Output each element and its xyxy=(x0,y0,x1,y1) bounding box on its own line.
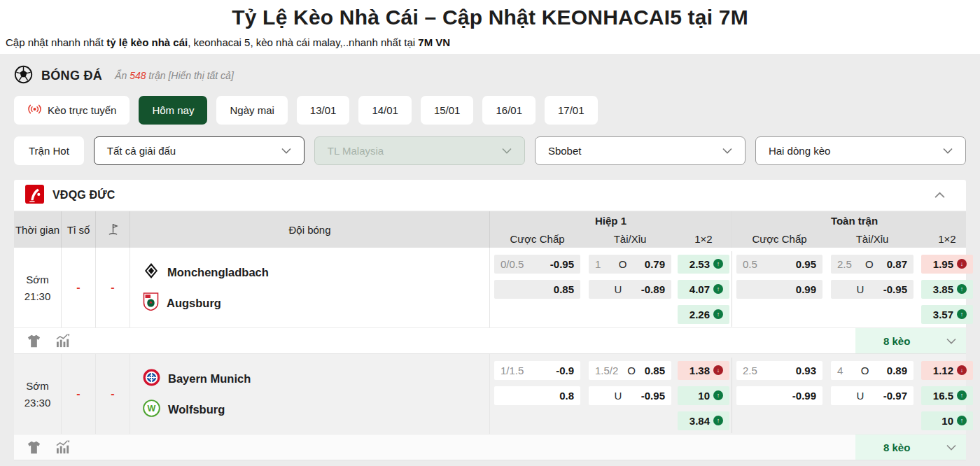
hidden-matches-toggle[interactable]: Ẩn 548 trận [Hiển thị tất cả] xyxy=(115,70,234,81)
odds-trend-icon: ↑ xyxy=(713,309,723,319)
odds-h1-handicap-home[interactable]: 0/0.5-0.95 xyxy=(494,255,580,274)
match-score: - xyxy=(62,248,96,327)
match-row-monchengladbach-augsburg: Sớm21:30 - - Monchengladbach Augsburg xyxy=(14,248,966,327)
hot-matches-button[interactable]: Trận Hot xyxy=(14,136,84,165)
odds-trend-icon: ↓ xyxy=(957,259,967,269)
odds-h1-1x2-home[interactable]: 2.53↑ xyxy=(678,255,729,274)
bundesliga-logo xyxy=(25,185,44,206)
odds-ft-1x2-draw[interactable]: 10↑ xyxy=(921,411,973,430)
odds-trend-icon: ↑ xyxy=(957,416,967,425)
collapse-chevron-up-icon[interactable] xyxy=(934,192,955,199)
stats-chart-icon[interactable] xyxy=(55,440,71,455)
odds-ft-1x2-home[interactable]: 1.12↓ xyxy=(921,361,973,380)
date-tab-7[interactable]: 17/01 xyxy=(545,96,598,125)
date-tab-5[interactable]: 15/01 xyxy=(421,96,474,125)
date-tabs: Kèo trực tuyến Hôm nay Ngày mai 13/01 14… xyxy=(14,96,966,125)
date-tab-3[interactable]: 13/01 xyxy=(297,96,350,125)
sport-title: BÓNG ĐÁ xyxy=(41,69,102,83)
date-tab-1[interactable]: Hôm nay xyxy=(139,96,207,125)
league-card: VĐQG ĐỨC Thời gian Tỉ số Đội bóng Hiệp 1… xyxy=(14,180,966,460)
odds-h1-handicap-away[interactable]: 0.85 xyxy=(494,280,580,299)
odds-trend-icon: ↓ xyxy=(713,365,723,375)
match-time: Sớm23:30 xyxy=(14,354,62,434)
soccer-ball-icon xyxy=(14,65,33,87)
odds-h1-over[interactable]: 1O0.79 xyxy=(589,255,671,274)
date-tab-0[interactable]: Kèo trực tuyến xyxy=(14,96,130,125)
date-tab-4[interactable]: 14/01 xyxy=(358,96,412,125)
live-odds-icon xyxy=(27,104,42,117)
odds-trend-icon: ↓ xyxy=(957,365,967,375)
odds-trend-icon: ↑ xyxy=(957,390,967,400)
odds-ft-1x2-away[interactable]: 16.5↑ xyxy=(921,386,973,405)
odds-h1-over[interactable]: 1.5/2O0.85 xyxy=(589,361,671,380)
odds-h1-1x2-home[interactable]: 1.38↓ xyxy=(678,361,729,380)
dropdown-league[interactable]: Tất cả giải đấu xyxy=(94,136,304,165)
chevron-down-icon xyxy=(722,148,732,154)
group-header-full-time: Toàn trận Cược Chấp Tài/Xỉu 1×2 xyxy=(732,211,976,248)
odds-h1-1x2-draw[interactable]: 2.26↑ xyxy=(678,305,729,324)
jersey-icon[interactable] xyxy=(27,441,41,454)
odds-ft-1x2-draw[interactable]: 3.57↑ xyxy=(921,305,973,324)
wolfsburg-logo: W xyxy=(143,400,160,420)
odds-ft-handicap-away[interactable]: 0.99 xyxy=(736,280,822,299)
dropdown-bookmaker[interactable]: Sbobet xyxy=(535,136,746,165)
odds-h1-1x2-draw[interactable]: 3.84↑ xyxy=(678,411,729,430)
odds-ft-handicap-away[interactable]: -0.99 xyxy=(736,386,822,405)
odds-trend-icon: ↑ xyxy=(957,309,967,319)
match-corners: - xyxy=(96,248,130,327)
odds-ft-1x2-away[interactable]: 3.85↑ xyxy=(921,280,973,299)
odds-ft-handicap-home[interactable]: 2.50.93 xyxy=(736,361,822,380)
league-header: VĐQG ĐỨC xyxy=(14,180,966,211)
col-header-time: Thời gian xyxy=(14,211,62,248)
team-cell: Monchengladbach Augsburg xyxy=(130,248,490,327)
table-header: Thời gian Tỉ số Đội bóng Hiệp 1 Cược Chấ… xyxy=(14,211,966,248)
away-team[interactable]: Augsburg xyxy=(143,292,221,313)
chevron-down-icon xyxy=(281,148,291,154)
odds-ft-handicap-home[interactable]: 0.50.95 xyxy=(736,255,822,274)
more-odds-expander[interactable]: 8 kèo xyxy=(855,328,966,353)
bayern-munich-logo xyxy=(143,369,160,389)
odds-ft-under[interactable]: U-0.95 xyxy=(831,280,913,299)
odds-ft-under[interactable]: U-0.97 xyxy=(831,386,913,405)
more-odds-expander[interactable]: 8 kèo xyxy=(855,435,966,460)
match-footer: 8 kèo xyxy=(14,434,966,460)
odds-h1-under[interactable]: U-0.95 xyxy=(589,386,671,405)
match-score: - xyxy=(62,354,96,434)
filter-bar: Trận Hot Tất cả giải đấu TL Malaysia Sbo… xyxy=(14,136,966,165)
svg-text:W: W xyxy=(148,404,156,414)
dropdown-odds-format[interactable]: TL Malaysia xyxy=(314,136,525,165)
home-team[interactable]: Bayern Munich xyxy=(143,369,251,389)
odds-trend-icon: ↑ xyxy=(713,284,723,294)
chevron-down-icon xyxy=(943,148,953,154)
chevron-down-icon xyxy=(946,338,956,344)
odds-h1-handicap-away[interactable]: 0.8 xyxy=(494,386,580,405)
date-tab-6[interactable]: 16/01 xyxy=(482,96,536,125)
odds-trend-icon: ↑ xyxy=(713,390,723,400)
odds-ft-1x2-home[interactable]: 1.95↓ xyxy=(921,255,973,274)
corner-flag-icon xyxy=(96,211,130,248)
odds-h1-1x2-away[interactable]: 10↑ xyxy=(678,386,729,405)
date-tab-2[interactable]: Ngày mai xyxy=(216,96,287,125)
dropdown-line-count[interactable]: Hai dòng kèo xyxy=(755,136,966,165)
odds-ft-over[interactable]: 4O0.89 xyxy=(831,361,913,380)
jersey-icon[interactable] xyxy=(27,334,41,348)
odds-ft-over[interactable]: 2.5O0.87 xyxy=(831,255,913,274)
odds-h1-1x2-away[interactable]: 4.07↑ xyxy=(678,280,729,299)
monchengladbach-logo xyxy=(143,262,160,282)
match-row-bayern-wolfsburg: Sớm23:30 - - Bayern Munich W Wolfsburg xyxy=(14,354,966,434)
sport-header: BÓNG ĐÁ Ẩn 548 trận [Hiển thị tất cả] xyxy=(14,61,966,90)
col-header-score: Tỉ số xyxy=(62,211,96,248)
odds-h1-handicap-home[interactable]: 1/1.5-0.9 xyxy=(494,361,580,380)
stats-chart-icon[interactable] xyxy=(55,334,71,348)
page-title: Tỷ Lệ Kèo Nhà Cái – Cập Nhật KEONHACAI5 … xyxy=(0,0,980,29)
home-team[interactable]: Monchengladbach xyxy=(143,262,269,282)
col-header-team: Đội bóng xyxy=(130,211,490,248)
match-time: Sớm21:30 xyxy=(14,248,62,327)
odds-trend-icon: ↑ xyxy=(713,416,723,425)
odds-trend-icon: ↑ xyxy=(957,284,967,294)
away-team[interactable]: W Wolfsburg xyxy=(143,400,225,420)
league-name: VĐQG ĐỨC xyxy=(52,189,115,202)
odds-trend-icon: ↑ xyxy=(713,259,723,269)
odds-h1-under[interactable]: U-0.89 xyxy=(589,280,671,299)
odds-widget: BÓNG ĐÁ Ẩn 548 trận [Hiển thị tất cả] Kè… xyxy=(0,54,980,466)
